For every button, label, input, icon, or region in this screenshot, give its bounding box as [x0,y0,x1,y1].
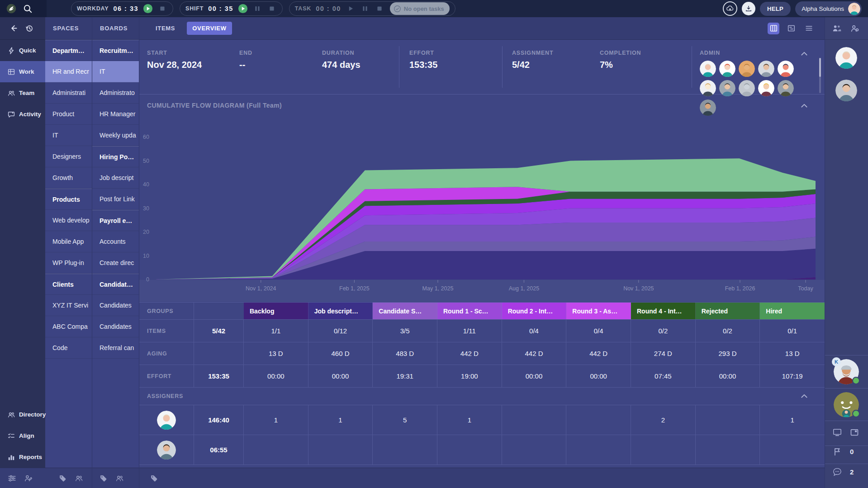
sidebar-item-quick[interactable]: Quick [0,40,45,61]
space-item[interactable]: Mobile App [45,231,92,252]
tag-icon[interactable] [59,474,66,482]
space-item[interactable]: ABC Compa [45,316,92,337]
pause-button[interactable] [360,4,370,14]
timeline-view-button[interactable] [785,23,797,34]
download-button[interactable] [742,2,755,15]
collapse-assigners-chevron-icon[interactable] [800,392,808,400]
space-item[interactable]: HR and Recr [45,61,92,82]
table-cell [502,435,567,464]
admin-avatar[interactable] [778,61,794,77]
empty-cell [194,303,244,319]
stop-button[interactable] [267,4,277,14]
tab-overview[interactable]: OVERVIEW [187,22,232,35]
board-item[interactable]: IT [92,61,139,82]
people-panel-icon[interactable] [832,24,841,33]
chart-title: CUMULATIVE FLOW DIAGRAM (Full Team) [147,102,282,109]
admin-scrollbar[interactable] [819,58,821,93]
admin-avatar[interactable] [739,80,755,96]
space-item[interactable]: Web develop [45,210,92,231]
help-button[interactable]: HELP [760,2,791,16]
play-button[interactable] [143,4,153,14]
timers-group: WORKDAY06 : 33SHIFT00 : 35TASK00 : 00No … [71,1,455,16]
sidebar-item-work[interactable]: Work [0,61,45,82]
board-item[interactable]: Candidat… [92,274,139,295]
stop-button[interactable] [157,4,167,14]
pause-button[interactable] [252,4,262,14]
person-edit-icon[interactable] [24,474,32,482]
items-label: ITEMS [139,320,194,342]
team-member-avatar[interactable] [835,80,857,101]
tag-icon[interactable] [150,474,158,482]
tab-items[interactable]: ITEMS [150,22,180,35]
flag-icon[interactable] [833,447,842,456]
space-item[interactable]: XYZ IT Servi [45,295,92,316]
space-item[interactable]: Code [45,337,92,359]
chat-icon[interactable] [833,467,842,476]
play-button[interactable] [346,4,356,14]
admin-avatar[interactable] [700,61,716,77]
stop-button[interactable] [375,4,384,14]
board-view-button[interactable] [768,23,779,34]
people-icon[interactable] [75,474,83,482]
sidebar-item-activity[interactable]: Activity [0,104,45,125]
board-item[interactable]: Job descript [92,167,139,189]
admin-avatar[interactable] [719,61,735,77]
collapse-admin-chevron-icon[interactable] [800,50,808,58]
admin-avatar[interactable] [778,80,794,96]
person-gear-icon[interactable] [850,24,859,33]
space-item[interactable]: Products [45,189,92,210]
board-item[interactable]: Post for Link [92,189,139,210]
board-item[interactable]: Payroll e… [92,210,139,231]
space-item[interactable]: IT [45,125,92,146]
admin-avatar[interactable] [700,80,716,96]
online-user-avatar[interactable]: K [834,359,859,384]
team-member-avatar[interactable] [835,47,857,69]
search-icon[interactable] [23,4,33,14]
board-item[interactable]: HR Manager [92,104,139,125]
sidebar-item-reports[interactable]: Reports [0,446,45,468]
board-item[interactable]: Accounts [92,231,139,252]
board-item[interactable]: Create direc [92,252,139,274]
space-item[interactable]: Administrati [45,82,92,104]
people-icon[interactable] [116,474,123,482]
admin-label: ADMIN [700,50,816,56]
collapse-chart-chevron-icon[interactable] [800,102,808,110]
space-item[interactable]: Growth [45,167,92,189]
sidebar-item-team[interactable]: Team [0,82,45,104]
board-item[interactable]: Referral can [92,337,139,359]
account-menu[interactable]: Alpha Solutions [795,1,862,16]
admin-avatar[interactable] [758,61,774,77]
table-cell: 1 [437,405,502,435]
company-name: Alpha Solutions [802,5,844,12]
cloud-upload-button[interactable] [723,1,737,16]
space-item[interactable]: WP Plug-in [45,252,92,274]
table-cell [373,435,437,464]
board-item[interactable]: Candidates [92,295,139,316]
workday-door-icon[interactable] [53,2,66,15]
list-view-button[interactable] [803,23,815,34]
online-bot-avatar[interactable] [834,392,859,417]
play-button[interactable] [238,4,248,14]
app-logo-icon[interactable] [6,4,16,14]
admin-avatar[interactable] [719,80,735,96]
table-cell [308,435,373,464]
board-item[interactable]: Candidates [92,316,139,337]
screen-share-icon[interactable] [833,428,842,437]
space-item[interactable]: Product [45,104,92,125]
board-item[interactable]: Hiring Po… [92,146,139,167]
space-item[interactable]: Departm… [45,40,92,61]
back-icon[interactable] [9,24,18,33]
tag-icon[interactable] [100,474,107,482]
board-item[interactable]: Recruitm… [92,40,139,61]
sidebar-item-align[interactable]: Align [0,425,45,446]
board-item[interactable]: Administrato [92,82,139,104]
filter-sliders-icon[interactable] [8,474,16,482]
admin-avatar[interactable] [739,61,755,77]
space-item[interactable]: Clients [45,274,92,295]
space-item[interactable]: Designers [45,146,92,167]
admin-avatar[interactable] [758,80,774,96]
sidebar-item-directory[interactable]: Directory [0,404,45,425]
history-icon[interactable] [25,24,33,33]
window-icon[interactable] [850,428,859,437]
board-item[interactable]: Weekly upda [92,125,139,146]
